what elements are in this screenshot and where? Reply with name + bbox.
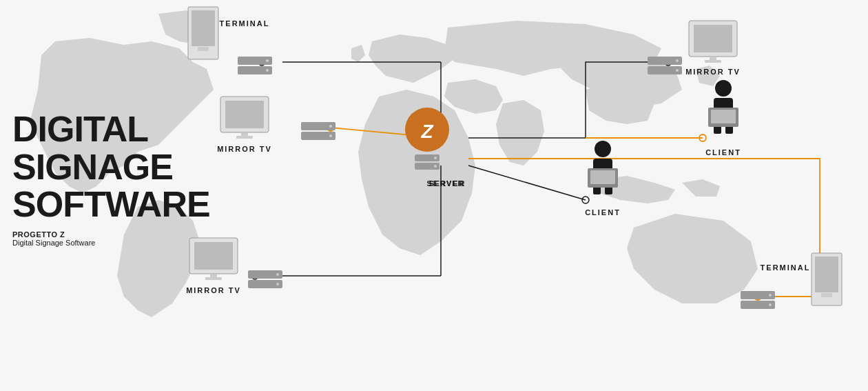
mirror-tv-top-right-label: MIRROR TV — [685, 68, 741, 76]
terminal-top-left-unit — [238, 57, 272, 74]
title-desc: Digital Signage Software — [12, 239, 210, 247]
svg-rect-29 — [225, 101, 264, 128]
svg-point-70 — [769, 303, 772, 306]
terminal-bottom-right-label: TERMINAL — [761, 263, 811, 272]
svg-rect-57 — [711, 110, 736, 123]
terminal-top-left-label: TERMINAL — [220, 19, 270, 28]
svg-point-43 — [276, 283, 279, 285]
client-right-label: CLIENT — [705, 148, 741, 157]
svg-point-19 — [434, 157, 437, 159]
svg-point-58 — [595, 141, 611, 157]
svg-rect-65 — [815, 257, 838, 292]
mirror-tv-top-right-unit — [648, 57, 682, 74]
mirror-tv-left-label: MIRROR TV — [217, 145, 272, 153]
title-line1: DIGITAL — [12, 110, 210, 148]
title-sub: PROGETTO Z — [12, 230, 210, 239]
svg-point-27 — [266, 69, 269, 72]
mirror-tv-left — [220, 97, 269, 139]
terminal-bottom-right — [812, 253, 842, 305]
mirror-tv-top-right — [689, 21, 737, 63]
title-line2: SIGNAGE — [12, 148, 210, 186]
svg-text:Z: Z — [420, 121, 433, 142]
server-label: SERVER — [426, 179, 466, 188]
svg-point-52 — [715, 80, 732, 97]
svg-rect-66 — [821, 293, 832, 297]
svg-rect-23 — [198, 47, 209, 51]
title-line3: SOFTWARE — [12, 186, 210, 223]
svg-rect-47 — [705, 60, 721, 63]
title-main: DIGITAL SIGNAGE SOFTWARE — [12, 110, 210, 223]
client-center — [588, 141, 618, 194]
terminal-top-left — [188, 7, 218, 59]
svg-point-51 — [676, 69, 679, 72]
svg-point-50 — [676, 59, 679, 62]
svg-rect-63 — [590, 170, 615, 184]
svg-rect-31 — [236, 136, 253, 139]
mirror-tv-bottom-left-label: MIRROR TV — [186, 286, 241, 294]
svg-point-69 — [769, 294, 772, 297]
svg-rect-22 — [192, 10, 215, 46]
svg-line-6 — [468, 166, 586, 200]
client-center-label: CLIENT — [585, 208, 621, 217]
title-block: DIGITAL SIGNAGE SOFTWARE PROGETTO Z Digi… — [12, 110, 210, 247]
svg-rect-45 — [694, 25, 732, 52]
client-right — [708, 80, 738, 134]
svg-point-26 — [266, 59, 269, 62]
svg-point-42 — [276, 273, 279, 276]
svg-point-34 — [329, 125, 332, 128]
svg-point-20 — [434, 165, 437, 168]
svg-point-35 — [329, 134, 332, 137]
svg-rect-39 — [205, 277, 222, 280]
